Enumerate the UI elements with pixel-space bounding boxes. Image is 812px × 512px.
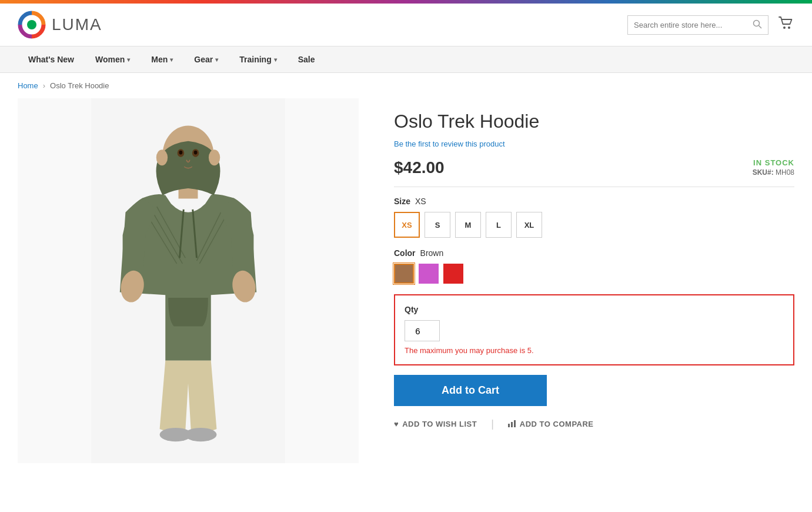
size-buttons: XS S M L XL — [394, 212, 794, 238]
size-btn-m[interactable]: M — [455, 212, 481, 238]
header: LUMA — [0, 4, 812, 46]
svg-line-3 — [759, 25, 762, 28]
heart-icon: ♥ — [394, 420, 399, 428]
breadcrumb: Home › Oslo Trek Hoodie — [0, 73, 812, 98]
size-option: Size XS XS S M L XL — [394, 197, 794, 238]
review-link[interactable]: Be the first to review this product — [394, 139, 505, 148]
svg-point-4 — [783, 26, 786, 29]
add-to-cart-button[interactable]: Add to Cart — [394, 375, 547, 406]
stock-info: IN STOCK SKU#: MH08 — [753, 158, 794, 177]
product-title: Oslo Trek Hoodie — [394, 110, 794, 132]
size-btn-xs[interactable]: XS — [394, 212, 420, 238]
size-btn-l[interactable]: L — [486, 212, 512, 238]
action-separator: | — [491, 418, 494, 430]
breadcrumb-home[interactable]: Home — [18, 81, 38, 90]
product-image-area — [18, 98, 359, 463]
search-input[interactable] — [634, 21, 753, 29]
in-stock-badge: IN STOCK — [753, 158, 794, 167]
cart-icon[interactable] — [778, 16, 794, 34]
color-label-row: Color Brown — [394, 248, 794, 258]
nav-item-training[interactable]: Training ▾ — [229, 46, 287, 72]
svg-point-22 — [179, 151, 183, 155]
svg-rect-28 — [514, 420, 516, 427]
product-image — [88, 98, 288, 463]
svg-point-19 — [185, 428, 216, 441]
nav-arrow-women: ▾ — [127, 56, 130, 63]
nav-arrow-men: ▾ — [170, 56, 173, 63]
logo-text: LUMA — [52, 15, 102, 34]
svg-rect-26 — [508, 424, 510, 427]
nav-arrow-training: ▾ — [274, 56, 277, 63]
compare-icon — [508, 419, 516, 429]
svg-point-5 — [788, 26, 790, 29]
search-box[interactable] — [627, 15, 768, 35]
breadcrumb-current: Oslo Trek Hoodie — [50, 81, 109, 90]
nav-item-women[interactable]: Women ▾ — [85, 46, 141, 72]
search-icon — [753, 19, 762, 29]
color-swatch-red[interactable] — [443, 264, 463, 284]
divider — [394, 187, 794, 187]
compare-link[interactable]: ADD TO COMPARE — [508, 419, 594, 429]
color-swatch-purple[interactable] — [419, 264, 439, 284]
product-price: $42.00 — [394, 158, 445, 177]
wish-list-link[interactable]: ♥ ADD TO WISH LIST — [394, 420, 477, 428]
nav: What's New Women ▾ Men ▾ Gear ▾ Training… — [0, 46, 812, 73]
qty-section: Qty The maximum you may purchase is 5. — [394, 294, 794, 365]
size-label-row: Size XS — [394, 197, 794, 206]
nav-item-sale[interactable]: Sale — [288, 46, 326, 72]
qty-label: Qty — [405, 305, 784, 314]
svg-rect-27 — [511, 422, 513, 427]
color-swatch-brown[interactable] — [394, 264, 414, 284]
product-info: Oslo Trek Hoodie Be the first to review … — [394, 98, 794, 463]
qty-error: The maximum you may purchase is 5. — [405, 346, 784, 355]
size-btn-xl[interactable]: XL — [516, 212, 542, 238]
svg-point-1 — [27, 20, 36, 29]
sku-value: MH08 — [776, 168, 794, 177]
svg-point-25 — [209, 149, 220, 165]
breadcrumb-separator: › — [43, 81, 45, 90]
svg-point-23 — [194, 151, 198, 155]
color-label: Color — [394, 248, 416, 258]
logo-area[interactable]: LUMA — [18, 11, 102, 39]
nav-item-men[interactable]: Men ▾ — [141, 46, 183, 72]
logo-icon — [18, 11, 46, 39]
cart-svg — [778, 16, 794, 30]
color-option: Color Brown — [394, 248, 794, 284]
svg-point-24 — [156, 149, 168, 165]
qty-input[interactable] — [405, 320, 440, 341]
sku-info: SKU#: MH08 — [753, 168, 794, 177]
main-content: Oslo Trek Hoodie Be the first to review … — [0, 98, 812, 487]
nav-arrow-gear: ▾ — [215, 56, 218, 63]
nav-item-whats-new[interactable]: What's New — [18, 46, 85, 72]
size-btn-s[interactable]: S — [425, 212, 450, 238]
search-button[interactable] — [753, 19, 762, 31]
color-swatches — [394, 264, 794, 284]
header-right — [627, 15, 794, 35]
secondary-actions: ♥ ADD TO WISH LIST | ADD TO COMPARE — [394, 418, 794, 430]
price-row: $42.00 IN STOCK SKU#: MH08 — [394, 158, 794, 177]
svg-point-2 — [754, 20, 760, 26]
sku-label: SKU#: — [753, 168, 774, 177]
selected-size: XS — [415, 197, 426, 206]
size-label: Size — [394, 197, 410, 206]
selected-color: Brown — [420, 248, 444, 258]
nav-item-gear[interactable]: Gear ▾ — [183, 46, 229, 72]
